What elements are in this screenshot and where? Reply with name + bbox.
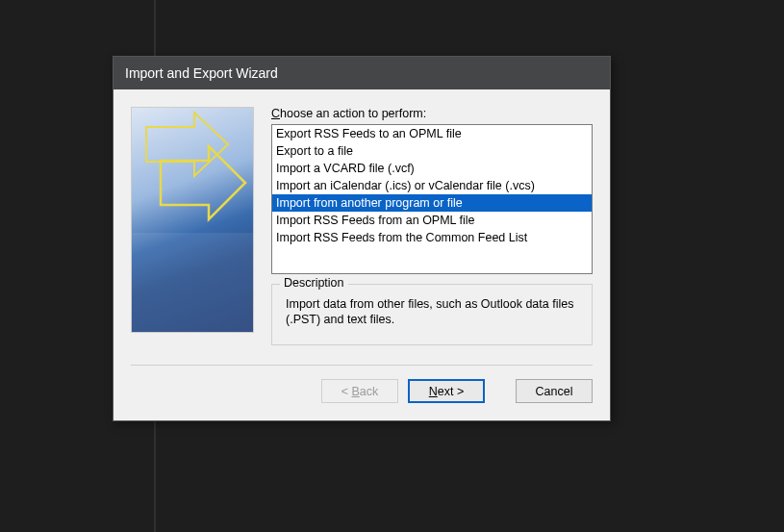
button-spacer <box>494 379 506 403</box>
wizard-right-column: Choose an action to perform: Export RSS … <box>271 107 593 345</box>
arrow-graphic-icon <box>132 108 254 333</box>
action-item[interactable]: Export RSS Feeds to an OPML file <box>272 125 592 142</box>
cancel-button[interactable]: Cancel <box>516 379 593 403</box>
action-item[interactable]: Import an iCalendar (.ics) or vCalendar … <box>272 177 592 194</box>
dialog-content: Choose an action to perform: Export RSS … <box>114 89 610 345</box>
description-legend: Description <box>280 276 348 290</box>
next-button[interactable]: Next > <box>408 379 485 403</box>
dialog-button-row: < Back Next > Cancel <box>114 366 610 420</box>
dialog-titlebar[interactable]: Import and Export Wizard <box>114 57 610 89</box>
action-item[interactable]: Import a VCARD file (.vcf) <box>272 160 592 177</box>
action-item[interactable]: Export to a file <box>272 142 592 160</box>
action-prompt-label: Choose an action to perform: <box>271 107 593 120</box>
back-button: < Back <box>321 379 398 403</box>
import-export-wizard-dialog: Import and Export Wizard Choose an actio… <box>113 56 611 421</box>
action-item[interactable]: Import from another program or file <box>272 194 592 212</box>
wizard-illustration <box>131 107 254 333</box>
description-group: Description Import data from other files… <box>271 284 593 345</box>
action-item[interactable]: Import RSS Feeds from an OPML file <box>272 212 592 229</box>
action-listbox[interactable]: Export RSS Feeds to an OPML fileExport t… <box>271 124 593 274</box>
description-text: Import data from other files, such as Ou… <box>286 296 580 327</box>
action-item[interactable]: Import RSS Feeds from the Common Feed Li… <box>272 229 592 246</box>
dialog-title: Import and Export Wizard <box>125 65 278 81</box>
